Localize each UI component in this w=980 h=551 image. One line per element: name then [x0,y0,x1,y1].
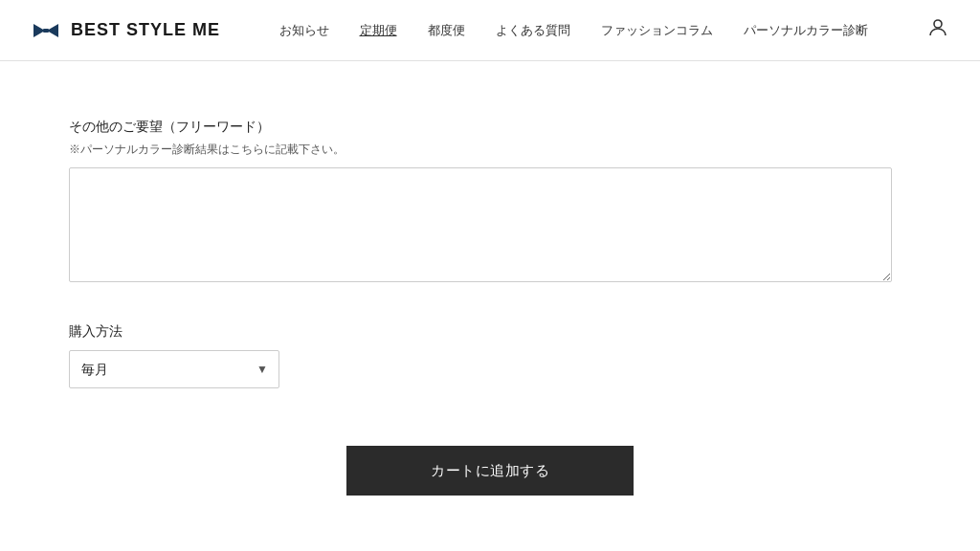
textarea-hint: ※パーソナルカラー診断結果はこちらに記載下さい。 [69,142,911,158]
svg-point-3 [934,20,942,28]
nav-item-faq[interactable]: よくある質問 [496,22,570,39]
textarea-label: その他のご要望（フリーワード） [69,119,911,136]
purchase-section: 購入方法 毎月 隔月 都度 ▼ [69,323,911,388]
textarea-section: その他のご要望（フリーワード） ※パーソナルカラー診断結果はこちらに記載下さい。 [69,119,911,285]
purchase-select[interactable]: 毎月 隔月 都度 [69,350,279,388]
nav-item-tsudo[interactable]: 都度便 [428,22,465,39]
site-header: BEST STYLE ME お知らせ 定期便 都度便 よくある質問 ファッション… [0,0,980,61]
nav-item-news[interactable]: お知らせ [279,22,329,39]
account-icon[interactable] [926,16,949,45]
purchase-label: 購入方法 [69,323,911,341]
logo-area: BEST STYLE ME [31,15,220,46]
nav-item-column[interactable]: ファッションコラム [601,22,713,39]
svg-rect-2 [43,29,49,33]
header-right [926,16,949,45]
logo-icon [31,15,61,46]
main-content: その他のご要望（フリーワード） ※パーソナルカラー診断結果はこちらに記載下さい。… [0,61,980,551]
add-to-cart-button[interactable]: カートに追加する [346,446,634,496]
nav-item-teiki[interactable]: 定期便 [360,22,397,39]
logo-text: BEST STYLE ME [71,20,220,40]
freeword-textarea[interactable] [69,167,892,282]
button-area: カートに追加する [69,446,911,496]
brand-icon [32,16,60,45]
nav-item-color[interactable]: パーソナルカラー診断 [744,22,868,39]
main-nav: お知らせ 定期便 都度便 よくある質問 ファッションコラム パーソナルカラー診断 [279,22,868,39]
select-wrapper: 毎月 隔月 都度 ▼ [69,350,279,388]
